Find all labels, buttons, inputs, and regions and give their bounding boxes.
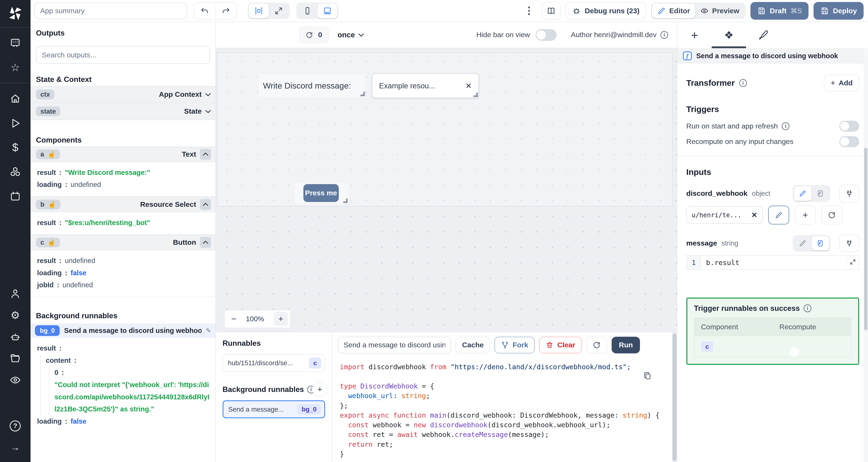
error-output-value[interactable]: "Could not interpret "{'webhook_url': 'h… <box>55 379 210 415</box>
tab-component-settings[interactable]: ❖ <box>712 22 746 48</box>
tab-insert-component[interactable]: + <box>677 22 712 48</box>
state-row[interactable]: state State <box>31 103 216 120</box>
run-on-start-toggle[interactable] <box>839 121 859 132</box>
recompute-on-change-toggle[interactable] <box>839 136 859 147</box>
chevron-down-icon[interactable] <box>205 108 211 113</box>
ctx-row[interactable]: ctx App Context <box>31 86 216 103</box>
component-c-header[interactable]: c☝ Button <box>31 235 216 250</box>
search-outputs-input[interactable] <box>36 46 210 64</box>
hide-bar-toggle[interactable] <box>535 29 557 41</box>
resize-handle[interactable] <box>361 92 365 96</box>
expand-editor-icon[interactable] <box>846 256 859 268</box>
output-value[interactable]: undefined <box>70 178 101 191</box>
info-icon[interactable]: i <box>782 122 789 130</box>
output-value[interactable]: false <box>70 267 86 279</box>
chevron-down-icon[interactable] <box>205 91 211 96</box>
add-bg-runnable-button[interactable]: + <box>312 382 327 397</box>
connect-plug-button[interactable] <box>839 185 859 202</box>
mobile-view-button[interactable] <box>298 4 317 18</box>
resource-select-component[interactable]: Example resou... ✕ <box>372 73 479 98</box>
output-value[interactable]: false <box>70 415 86 427</box>
schedule-dropdown[interactable]: once <box>338 31 363 39</box>
code-viewer[interactable]: import discordwebhook from "https://deno… <box>332 358 677 462</box>
eval-mode-button[interactable] <box>811 186 829 201</box>
docs-book-button[interactable] <box>542 2 561 20</box>
expression-value[interactable]: b.result <box>701 259 846 267</box>
cache-button[interactable]: Cache <box>456 337 490 353</box>
refresh-resource-button[interactable] <box>822 206 842 225</box>
draft-button[interactable]: Draft ⌘S <box>750 2 809 20</box>
home-icon[interactable] <box>9 92 22 105</box>
copy-code-icon[interactable] <box>643 372 651 380</box>
clear-button[interactable]: Clear <box>539 337 582 353</box>
fullscreen-layout-button[interactable] <box>269 4 288 18</box>
run-button[interactable]: Run <box>612 337 640 353</box>
runnable-name-input[interactable] <box>338 337 451 353</box>
output-value[interactable]: undefined <box>65 255 95 267</box>
panel-scrollbar[interactable] <box>864 48 868 462</box>
collapse-button[interactable] <box>200 237 211 248</box>
resource-value-field[interactable]: u/henri/te... ✕ <box>686 206 763 224</box>
center-layout-button[interactable] <box>249 4 269 18</box>
info-icon[interactable]: i <box>739 79 747 87</box>
resize-handle[interactable] <box>343 199 348 203</box>
bg-runnable-row[interactable]: bg_0 Send a message to discord using web… <box>31 324 216 338</box>
runs-play-icon[interactable] <box>9 117 22 130</box>
windmill-logo[interactable] <box>0 0 31 28</box>
bg-runnable-item-selected[interactable]: Send a message... bg_0 <box>223 400 325 418</box>
apps-icon[interactable] <box>9 37 22 50</box>
clear-selection-icon[interactable]: ✕ <box>465 81 472 90</box>
undo-button[interactable] <box>194 3 215 19</box>
output-value[interactable]: "Write Discord message:" <box>65 166 150 179</box>
app-summary-input[interactable] <box>34 3 187 19</box>
static-mode-button[interactable] <box>794 236 811 251</box>
redo-button[interactable] <box>215 3 236 19</box>
reload-button[interactable] <box>586 337 608 353</box>
resize-handle[interactable] <box>473 93 478 97</box>
help-icon[interactable]: ? <box>9 419 22 432</box>
info-icon[interactable]: i <box>804 304 811 312</box>
component-b-header[interactable]: b☝ Resource Select <box>31 197 216 212</box>
output-value[interactable]: undefined <box>62 279 93 291</box>
static-mode-button[interactable] <box>794 186 811 201</box>
clear-resource-icon[interactable]: ✕ <box>751 211 757 219</box>
selected-runnable-header[interactable]: f Send a message to discord using webhoo… <box>677 48 868 64</box>
tab-theme-brush[interactable] <box>746 22 780 48</box>
app-canvas[interactable]: Write Discord message: Example resou... … <box>216 48 677 332</box>
eval-mode-button[interactable] <box>811 236 829 251</box>
edit-resource-button[interactable] <box>768 206 789 225</box>
add-transformer-button[interactable]: +Add <box>824 75 859 91</box>
button-component[interactable]: Press me <box>295 183 348 204</box>
edit-pencil-icon[interactable]: ✎ <box>206 327 211 334</box>
variables-dollar-icon[interactable]: $ <box>9 141 22 154</box>
more-menu-icon[interactable] <box>525 7 533 15</box>
add-resource-button[interactable]: + <box>795 206 816 225</box>
message-expression-editor[interactable]: 1 b.result <box>686 255 859 270</box>
editor-scrollbar[interactable] <box>672 332 677 462</box>
runnable-item[interactable]: hub/1511/discord/se... c <box>223 354 325 372</box>
zoom-in-button[interactable]: + <box>274 311 288 326</box>
output-value[interactable]: "$res:u/henri/testing_bot" <box>65 217 150 229</box>
press-me-button[interactable]: Press me <box>303 184 339 202</box>
component-a-header[interactable]: a☝ Text <box>31 146 216 162</box>
text-component[interactable]: Write Discord message: <box>258 75 366 97</box>
audit-eye-icon[interactable] <box>9 373 22 387</box>
debug-runs-button[interactable]: Debug runs (23) <box>566 2 646 20</box>
resources-cubes-icon[interactable] <box>9 165 22 178</box>
deploy-button[interactable]: Deploy <box>813 2 864 20</box>
tab-editor[interactable]: Editor <box>652 4 695 18</box>
schedules-calendar-icon[interactable] <box>9 190 22 203</box>
info-icon[interactable]: i <box>660 31 668 39</box>
folders-icon[interactable] <box>9 352 22 365</box>
refresh-count-button[interactable]: 0 <box>299 27 329 43</box>
collapse-button[interactable] <box>200 199 211 210</box>
desktop-view-button[interactable] <box>317 4 337 18</box>
expand-sidebar-arrow-icon[interactable]: → <box>9 441 22 454</box>
collapse-button[interactable] <box>200 149 211 160</box>
tab-preview[interactable]: Preview <box>695 4 744 18</box>
workers-robot-icon[interactable] <box>9 330 22 343</box>
connect-plug-button[interactable] <box>839 234 859 252</box>
settings-gear-icon[interactable]: ⚙ <box>9 309 22 322</box>
users-icon[interactable] <box>9 287 22 300</box>
fork-button[interactable]: Fork <box>494 337 535 353</box>
